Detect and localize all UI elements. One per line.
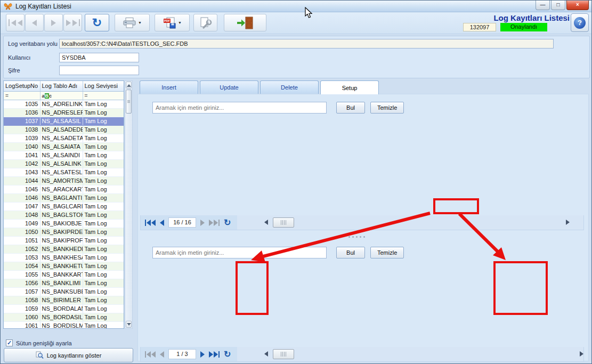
- cell[interactable]: Tam Log: [83, 236, 124, 245]
- maximize-button[interactable]: □: [551, 1, 565, 10]
- cell[interactable]: 1043: [4, 168, 40, 176]
- upper-search-input[interactable]: [152, 102, 327, 114]
- cell[interactable]: Tam Log: [83, 287, 124, 296]
- cell[interactable]: Tam Log: [83, 185, 124, 193]
- cell[interactable]: 1056: [4, 279, 40, 287]
- cell[interactable]: NS_ALSALINK: [40, 159, 83, 168]
- cell[interactable]: Tam Log: [83, 245, 124, 253]
- cell[interactable]: Tam Log: [83, 151, 124, 159]
- lower-hscroll-right-icon[interactable]: [580, 351, 583, 357]
- cell[interactable]: NS_BANKHETU: [40, 262, 83, 270]
- db-path-field[interactable]: [59, 39, 554, 48]
- tab-update[interactable]: Update: [200, 80, 258, 94]
- column-header[interactable]: LogSetupNo: [4, 81, 40, 91]
- scroll-up-icon[interactable]: [126, 82, 132, 88]
- cell[interactable]: 1044: [4, 176, 40, 185]
- cell[interactable]: NS_ALSAINDI: [40, 151, 83, 159]
- cell[interactable]: Tam Log: [83, 270, 124, 279]
- table-row[interactable]: 1043NS_ALSATESLTam Log: [4, 168, 124, 176]
- cell[interactable]: NS_BAKIOBJE: [40, 219, 83, 228]
- cell[interactable]: Tam Log: [83, 262, 124, 270]
- last-record-button[interactable]: [63, 14, 82, 31]
- cell[interactable]: Tam Log: [83, 228, 124, 236]
- cell[interactable]: 1041: [4, 151, 40, 159]
- cell[interactable]: 1047: [4, 202, 40, 211]
- previous-record-button[interactable]: [25, 14, 44, 31]
- table-row[interactable]: 1038NS_ALSADEDETam Log: [4, 125, 124, 134]
- cell[interactable]: 1045: [4, 185, 40, 193]
- cell[interactable]: 1052: [4, 245, 40, 253]
- cell[interactable]: NS_ALSADETA: [40, 134, 83, 142]
- next-record-button[interactable]: [44, 14, 63, 31]
- cell[interactable]: NS_ALSADEDE: [40, 125, 83, 134]
- table-row[interactable]: 1037NS_ALSAASILTam Log: [4, 117, 124, 125]
- table-row[interactable]: 1057NS_BANKSUBETam Log: [4, 287, 124, 296]
- cell[interactable]: NS_ALSAASIL: [40, 117, 83, 125]
- refresh-button[interactable]: ↻: [85, 14, 109, 31]
- filter-cell[interactable]: aBc: [40, 91, 83, 100]
- cell[interactable]: Tam Log: [83, 219, 124, 228]
- cell[interactable]: 1059: [4, 304, 40, 313]
- cell[interactable]: NS_ALSATESL: [40, 168, 83, 176]
- lower-last-page-button[interactable]: [209, 351, 220, 358]
- pdf-dropdown-icon[interactable]: ▼: [178, 21, 182, 25]
- table-row[interactable]: 1042NS_ALSALINKTam Log: [4, 159, 124, 168]
- filter-cell[interactable]: =: [83, 91, 124, 100]
- lower-refresh-grid-button[interactable]: ↻: [224, 350, 231, 359]
- upper-hscroll-right-icon[interactable]: [566, 220, 570, 225]
- cell[interactable]: 1046: [4, 193, 40, 202]
- report-settings-button[interactable]: [193, 14, 217, 31]
- cell[interactable]: NS_BAKIPROF: [40, 236, 83, 245]
- cell[interactable]: 1053: [4, 253, 40, 262]
- cell[interactable]: Tam Log: [83, 193, 124, 202]
- cell[interactable]: 1039: [4, 134, 40, 142]
- close-button[interactable]: ×: [566, 1, 589, 10]
- table-row[interactable]: 1047NS_BAGLCARITam Log: [4, 202, 124, 211]
- cell[interactable]: 1054: [4, 262, 40, 270]
- cell[interactable]: 1058: [4, 296, 40, 304]
- cell[interactable]: NS_BORDISLM: [40, 321, 83, 329]
- lower-clear-button[interactable]: Temizle: [370, 247, 404, 258]
- cell[interactable]: Tam Log: [83, 168, 124, 176]
- column-width-checkbox[interactable]: ✓: [6, 339, 13, 346]
- cell[interactable]: Tam Log: [83, 134, 124, 142]
- lower-hscroll-thumb[interactable]: [273, 349, 294, 359]
- cell[interactable]: Tam Log: [83, 279, 124, 287]
- cell[interactable]: NS_ARACKART: [40, 185, 83, 193]
- upper-prev-page-button[interactable]: [160, 220, 164, 226]
- cell[interactable]: 1050: [4, 228, 40, 236]
- cell[interactable]: NS_BANKSUBE: [40, 287, 83, 296]
- cell[interactable]: 1042: [4, 159, 40, 168]
- tab-delete[interactable]: Delete: [260, 80, 319, 94]
- lower-first-page-button[interactable]: [145, 351, 156, 358]
- cell[interactable]: 1049: [4, 219, 40, 228]
- cell[interactable]: Tam Log: [83, 313, 124, 321]
- cell[interactable]: 1036: [4, 108, 40, 117]
- lower-prev-page-button[interactable]: [160, 351, 164, 358]
- table-row[interactable]: 1060NS_BORDASILTam Log: [4, 313, 124, 321]
- table-row[interactable]: 1056NS_BANKLIMITam Log: [4, 279, 124, 287]
- cell[interactable]: NS_BORDALAN: [40, 304, 83, 313]
- cell[interactable]: Tam Log: [83, 296, 124, 304]
- cell[interactable]: NS_ADRESLER: [40, 108, 83, 117]
- table-row[interactable]: 1050NS_BAKIPRDETam Log: [4, 228, 124, 236]
- cell[interactable]: NS_ADRELINK: [40, 100, 83, 108]
- cell[interactable]: NS_BAKIPRDE: [40, 228, 83, 236]
- cell[interactable]: NS_ALSAIATA: [40, 142, 83, 151]
- table-row[interactable]: 1051NS_BAKIPROFTam Log: [4, 236, 124, 245]
- lower-hscroll-left-icon[interactable]: [264, 351, 268, 357]
- cell[interactable]: NS_BANKKART: [40, 270, 83, 279]
- cell[interactable]: NS_BANKHEDE: [40, 245, 83, 253]
- table-row[interactable]: 1046NS_BAGLANTITam Log: [4, 193, 124, 202]
- cell[interactable]: Tam Log: [83, 125, 124, 134]
- table-row[interactable]: 1058NS_BIRIMLERTam Log: [4, 296, 124, 304]
- first-record-button[interactable]: [6, 14, 25, 31]
- cell[interactable]: 1040: [4, 142, 40, 151]
- cell[interactable]: NS_BAGLANTI: [40, 193, 83, 202]
- password-field[interactable]: [59, 66, 139, 75]
- cell[interactable]: 1037: [4, 117, 40, 125]
- cell[interactable]: Tam Log: [83, 159, 124, 168]
- user-field[interactable]: [59, 53, 139, 62]
- table-row[interactable]: 1052NS_BANKHEDETam Log: [4, 245, 124, 253]
- tab-setup[interactable]: Setup: [320, 80, 379, 94]
